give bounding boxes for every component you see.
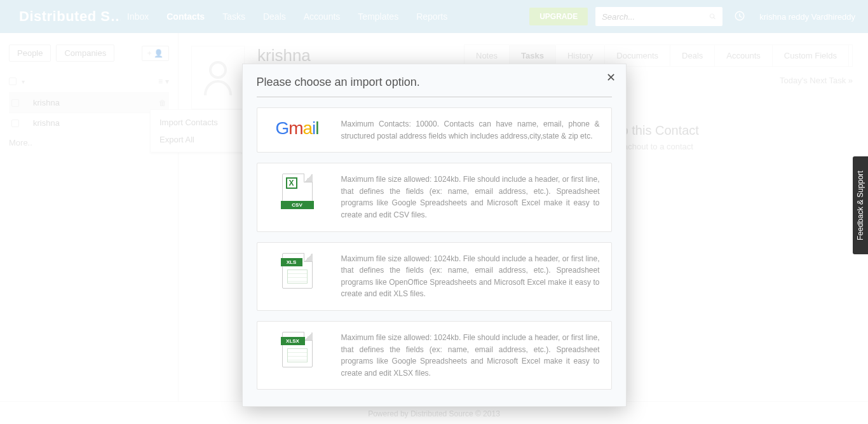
gmail-icon: Gmail <box>269 118 326 139</box>
feedback-tab[interactable]: Feedback & Support <box>853 156 868 254</box>
option-desc: Maximum file size allowed: 1024kb. File … <box>341 174 600 221</box>
xlsx-icon: XLSX <box>269 332 326 367</box>
modal-title: Please choose an import option. <box>257 76 612 97</box>
option-desc: Maximum file size allowed: 1024kb. File … <box>341 253 600 300</box>
import-option-csv[interactable]: XCSV Maximum file size allowed: 1024kb. … <box>257 163 612 231</box>
xls-icon: XLS <box>269 253 326 289</box>
close-icon[interactable]: ✕ <box>606 71 616 85</box>
import-option-xlsx[interactable]: XLSX Maximum file size allowed: 1024kb. … <box>257 321 612 390</box>
csv-icon: XCSV <box>269 174 326 209</box>
modal-overlay[interactable]: ✕ Please choose an import option. Gmail … <box>0 0 868 424</box>
option-desc: Maximum file size allowed: 1024kb. File … <box>341 332 600 379</box>
import-option-gmail[interactable]: Gmail Maximum Contacts: 10000. Contacts … <box>257 107 612 153</box>
import-modal: ✕ Please choose an import option. Gmail … <box>242 64 627 407</box>
import-option-xls[interactable]: XLS Maximum file size allowed: 1024kb. F… <box>257 242 612 311</box>
option-desc: Maximum Contacts: 10000. Contacts can ha… <box>341 118 600 142</box>
